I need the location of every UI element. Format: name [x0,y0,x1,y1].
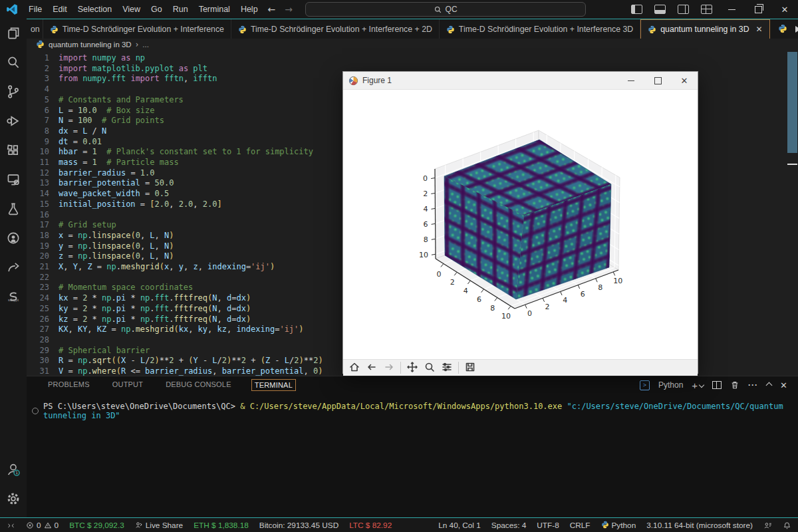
kill-terminal-icon[interactable] [730,380,739,390]
toggle-secondary-sidebar-icon[interactable] [678,5,689,14]
nav-forward-icon[interactable]: → [280,4,297,15]
search-icon [434,6,442,13]
activity-bar: sCrypt 1 [0,19,27,517]
language-mode[interactable]: Python [601,521,636,531]
settings-gear-icon[interactable] [0,484,27,513]
svg-text:4: 4 [423,205,428,213]
figure-toolbar [343,359,698,376]
pan-icon[interactable] [406,361,418,375]
python-interpreter[interactable]: 3.10.11 64-bit (microsoft store) [646,521,753,530]
maximize-panel-icon[interactable] [766,382,773,388]
breadcrumb[interactable]: quantum tunneling in 3D › ... [27,39,798,51]
menu-run[interactable]: Run [168,5,194,14]
tab-quantum-tunneling-in-3d[interactable]: quantum tunneling in 3D✕ [640,19,769,39]
account-icon[interactable]: 1 [0,455,27,484]
close-button[interactable]: ✕ [771,0,798,19]
live-share-status[interactable]: Live Share [135,521,183,530]
feedback-icon[interactable] [763,521,772,530]
menu-help[interactable]: Help [235,5,263,14]
minimize-button[interactable] [718,0,745,19]
tab-time-d-schr-dinger-evolution-interference-3d[interactable]: Time-D Schrödinger Evolution + Interfere… [440,19,640,39]
eth-ticker[interactable]: ETH $ 1,838.18 [194,521,249,530]
problems-status[interactable]: 0 0 [26,521,59,530]
search-sidebar-icon[interactable] [0,48,27,77]
menu-file[interactable]: File [23,5,47,14]
back-icon[interactable] [366,361,378,375]
panel-tab-terminal[interactable]: TERMINAL [251,379,296,391]
toggle-panel-icon[interactable] [654,5,666,14]
remote-indicator-icon[interactable] [7,521,15,530]
title-bar: FileEditSelectionViewGoRunTerminalHelp ←… [0,0,798,19]
breadcrumb-more[interactable]: ... [142,41,149,49]
svg-text:1: 1 [15,470,18,475]
figure-title-bar[interactable]: Figure 1 ✕ [343,72,698,90]
menu-go[interactable]: Go [146,5,168,14]
svg-text:6: 6 [477,295,481,304]
command-center-search[interactable]: QC [305,2,586,17]
svg-text:2: 2 [545,303,550,311]
vscode-logo-icon [6,3,18,15]
close-panel-icon[interactable]: ✕ [780,380,787,390]
new-terminal-button[interactable]: + [692,380,704,391]
python-logo-icon [778,24,787,35]
notifications-bell-icon[interactable] [783,521,791,530]
encoding[interactable]: UTF-8 [537,521,559,530]
forward-icon[interactable] [383,361,395,375]
eol-sequence[interactable]: CRLF [570,521,591,530]
zoom-rect-icon[interactable] [424,361,436,375]
panel-tab-output[interactable]: OUTPUT [110,379,146,391]
tab-time-d-schr-dinger-evolution-interference[interactable]: Time-D Schrödinger Evolution + Interfere… [43,19,231,39]
figure-window[interactable]: Figure 1 ✕ 000222444666888101010 [342,71,698,374]
customize-layout-icon[interactable] [701,5,712,14]
extensions-icon[interactable] [0,136,27,165]
ltc-ticker[interactable]: LTC $ 82.92 [349,521,392,530]
btc-ticker[interactable]: BTC $ 29,092.3 [69,521,124,530]
save-icon[interactable] [464,361,476,375]
restore-button[interactable] [745,0,771,19]
indentation[interactable]: Spaces: 4 [491,521,526,530]
figure-close-button[interactable]: ✕ [671,72,698,89]
figure-minimize-button[interactable] [618,72,644,89]
svg-text:6: 6 [581,290,585,299]
editor-tabs: on Time-D Schrödinger Evolution + Interf… [27,19,798,39]
nav-back-icon[interactable]: ← [263,4,281,15]
tab-truncated[interactable]: on [27,19,43,39]
menu-view[interactable]: View [117,5,146,14]
subplots-config-icon[interactable] [441,361,453,375]
menu-terminal[interactable]: Terminal [194,5,235,14]
panel-tab-debug-console[interactable]: DEBUG CONSOLE [163,379,234,391]
bitcoin-ticker[interactable]: Bitcoin: 29133.45 USD [259,521,338,530]
svg-text:2: 2 [423,190,428,198]
source-control-icon[interactable] [0,77,27,106]
panel-tab-problems[interactable]: PROBLEMS [45,379,92,391]
figure-maximize-button[interactable] [644,72,671,89]
github-icon[interactable] [0,223,27,253]
testing-icon[interactable] [0,194,27,223]
svg-text:8: 8 [424,235,428,244]
svg-text:10: 10 [613,277,622,285]
run-python-file-button[interactable] [795,26,798,33]
search-value: QC [446,5,458,14]
cursor-position[interactable]: Ln 40, Col 1 [438,521,481,530]
toggle-sidebar-icon[interactable] [631,5,642,14]
explorer-icon[interactable] [0,19,27,48]
editor-scrollbar[interactable] [787,52,797,153]
home-icon[interactable] [348,361,360,375]
tab-time-d-schr-dinger-evolution-interference-2d[interactable]: Time-D Schrödinger Evolution + Interfere… [231,19,440,39]
menu-bar: FileEditSelectionViewGoRunTerminalHelp [23,5,263,14]
figure-canvas-3d-plot[interactable]: 000222444666888101010 [343,90,698,357]
menu-edit[interactable]: Edit [47,5,72,14]
svg-text:6: 6 [424,220,428,229]
panel-header: PROBLEMSOUTPUTDEBUG CONSOLETERMINAL > Py… [27,376,798,394]
remote-explorer-icon[interactable] [0,165,27,194]
close-tab-icon[interactable]: ✕ [756,25,763,34]
run-debug-icon[interactable] [0,106,27,136]
terminal-command-line[interactable]: PS C:\Users\steve\OneDrive\Documents\QC>… [32,402,798,420]
menu-selection[interactable]: Selection [72,5,117,14]
live-share-icon[interactable] [0,253,27,282]
split-terminal-icon[interactable] [712,381,722,389]
scrypt-icon[interactable]: sCrypt [0,282,27,311]
terminal-profile-icon: > [640,380,650,390]
panel-more-icon[interactable]: ··· [748,380,758,390]
breadcrumb-separator: › [136,40,139,49]
